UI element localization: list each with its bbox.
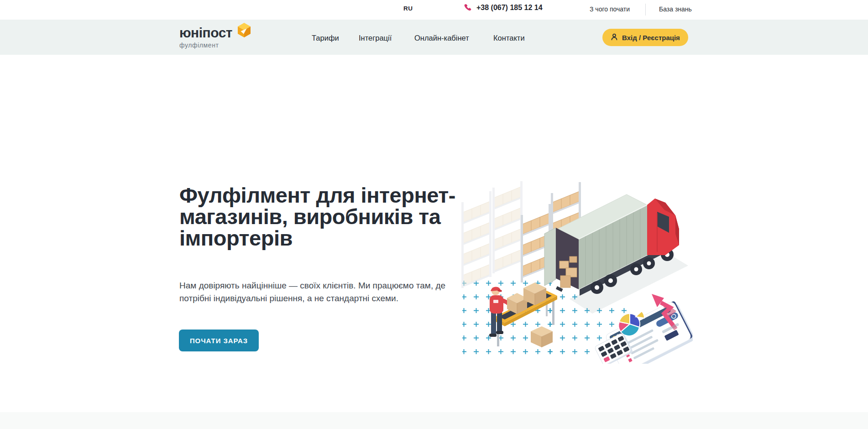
- login-register-label: Вхід / Реєстрація: [622, 34, 680, 42]
- nav-item-contacts[interactable]: Контакти: [493, 34, 525, 42]
- language-switcher[interactable]: RU: [403, 5, 413, 12]
- hero-title: Фулфілмент для інтернет-магазинів, вироб…: [179, 184, 494, 249]
- warehouse-racks-faded: [461, 181, 523, 288]
- topbar-link-getting-started[interactable]: З чого почати: [590, 5, 630, 13]
- cube-icon: [237, 22, 251, 40]
- nav-item-tariffs[interactable]: Тарифи: [312, 34, 339, 42]
- nav-item-integrations[interactable]: Інтеграції: [359, 34, 392, 42]
- person-icon: [611, 33, 618, 42]
- page: RU +38 (067) 185 12 14 З чого почати Баз…: [0, 0, 868, 429]
- topbar-link-knowledge-base[interactable]: База знань: [659, 5, 692, 13]
- phone-link[interactable]: +38 (067) 185 12 14: [464, 4, 543, 12]
- header: юніпост фулфілмент Тарифи Інтеграції Онл…: [0, 20, 868, 55]
- topbar: RU +38 (067) 185 12 14 З чого почати Баз…: [0, 0, 868, 20]
- next-section-edge: [0, 412, 868, 429]
- phone-number: +38 (067) 185 12 14: [476, 4, 543, 12]
- hero-illustration: [458, 181, 693, 364]
- hero-description: Нам довіряють найцінніше — своїх клієнті…: [179, 279, 471, 305]
- delivery-truck: [544, 194, 679, 296]
- login-register-button[interactable]: Вхід / Реєстрація: [602, 29, 688, 46]
- topbar-divider: [645, 4, 646, 16]
- nav-item-online-cabinet[interactable]: Онлайн-кабінет: [414, 34, 469, 42]
- logo-subtitle: фулфілмент: [179, 42, 261, 49]
- start-now-button[interactable]: ПОЧАТИ ЗАРАЗ: [179, 330, 259, 351]
- phone-icon: [464, 4, 472, 12]
- logo[interactable]: юніпост фулфілмент: [179, 26, 261, 49]
